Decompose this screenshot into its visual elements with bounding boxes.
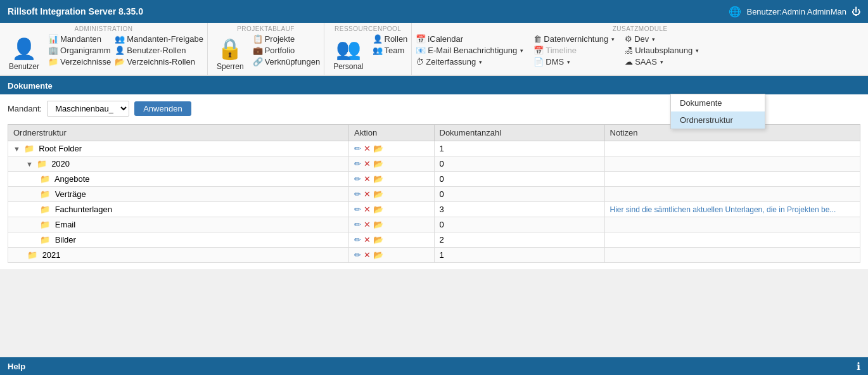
dms-dropdown-ordnerstruktur[interactable]: Ordnerstruktur [671,111,765,129]
add-icon[interactable]: 📂 [373,159,383,168]
zeiterfassung-label: Zeiterfassung [426,57,476,67]
delete-icon[interactable]: ✕ [364,205,371,214]
person-icon: 👤 [11,37,37,61]
page-title-bar: Dokumente [0,76,868,94]
edit-icon[interactable]: ✏ [354,144,361,153]
action-icons: ✏ ✕ 📂 [354,189,429,199]
email-icon: 📧 [416,46,426,55]
projekte-link[interactable]: 📋 Projekte [253,34,320,44]
rollen-label: Rollen [385,34,408,44]
row-count: 1 [434,248,604,263]
verknuepfungen-link[interactable]: 🔗 Verknüpfungen [253,57,320,67]
saas-link[interactable]: ☁ SAAS ▾ [625,57,699,67]
saas-label: SAAS [635,57,657,67]
verzeichnis-rollen-label: Verzeichnis-Rollen [127,57,195,67]
personal-label: Personal [333,62,363,71]
add-icon[interactable]: 📂 [373,189,383,199]
delete-icon[interactable]: ✕ [364,189,371,199]
verknuepfungen-label: Verknüpfungen [265,57,320,67]
ressourcen-body: 👥 Personal 👤 Rollen 👥 Team [328,34,407,73]
edit-icon[interactable]: ✏ [354,250,361,260]
row-name: ▼ 📁 Root Folder [8,141,349,156]
add-icon[interactable]: 📂 [373,235,383,245]
power-icon[interactable]: ⏻ [852,6,860,16]
mandanten-link[interactable]: 📊 Mandanten [48,34,111,44]
edit-icon[interactable]: ✏ [354,159,361,168]
roles2-icon: 👤 [373,34,383,44]
team-icon: 👥 [373,46,383,55]
edit-icon[interactable]: ✏ [354,235,361,245]
page-title: Dokumente [8,81,53,91]
portfolio-link[interactable]: 💼 Portfolio [253,46,320,55]
delete-icon[interactable]: ✕ [364,235,371,245]
row-name: 📁 Bilder [8,232,349,248]
row-name: ▼ 📁 2020 [8,156,349,172]
action-icons: ✏ ✕ 📂 [354,159,429,168]
portfolio-label: Portfolio [265,46,295,55]
personal-button[interactable]: 👥 Personal [328,34,368,73]
dev-link[interactable]: ⚙ Dev ▾ [625,34,699,44]
dms-chevron: ▾ [567,59,570,65]
mandanten-freigabe-link[interactable]: 👥 Mandanten-Freigabe [115,34,203,44]
edit-icon[interactable]: ✏ [354,205,361,214]
mandanten-freigabe-label: Mandanten-Freigabe [127,34,203,44]
email-benachrichtigung-link[interactable]: 📧 E-Mail Benachrichtigung ▾ [416,46,523,55]
zeiterfassung-link[interactable]: ⏱ Zeiterfassung ▾ [416,57,523,67]
folder-icon: 📁 [40,189,50,199]
delete-icon[interactable]: ✕ [364,144,371,153]
add-icon[interactable]: 📂 [373,144,383,153]
urlaubsplanung-link[interactable]: 🏖 Urlaubsplanung ▾ [625,46,699,55]
delete-icon[interactable]: ✕ [364,220,371,229]
tree-toggle[interactable]: ▼ [26,160,33,168]
admin-col1: 📊 Mandanten 🏢 Organigramm 📁 Verzeichniss… [48,34,111,67]
folder-name: Bilder [55,235,76,245]
folder-name: Verträge [55,189,86,199]
timeline-icon: 📅 [533,46,544,55]
edit-icon[interactable]: ✏ [354,174,361,184]
mandant-select[interactable]: Maschinenbau_ [47,101,129,117]
tree-toggle[interactable]: ▼ [13,145,20,153]
anwenden-button[interactable]: Anwenden [134,101,191,116]
folder2-icon: 📂 [115,57,125,67]
user-label: Benutzer:Admin AdminMan [746,7,846,16]
projekte-label: Projekte [265,34,295,44]
dms-link[interactable]: 📄 DMS ▾ [533,57,615,67]
folder-icon: 📁 [40,235,50,245]
folder-icon: 📁 [24,144,34,153]
dms-dropdown-dokumente[interactable]: Dokumente [671,94,765,111]
admin-section-title: ADMINISTRATION [4,25,203,32]
verzeichnisse-label: Verzeichnisse [60,57,111,67]
mandant-label: Mandant: [8,104,42,113]
sperren-button[interactable]: 🔒 Sperren [212,34,249,73]
top-bar-right: 🌐 Benutzer:Admin AdminMan ⏻ [729,6,860,18]
ribbon-zusatzmodule: ZUSATZMODULE 📅 iCalendar 📧 E-Mail Benach… [412,23,868,75]
row-action: ✏ ✕ 📂 [349,248,435,263]
team-link[interactable]: 👥 Team [373,46,408,55]
folder-icon-admin: 📁 [48,57,58,67]
add-icon[interactable]: 📂 [373,205,383,214]
edit-icon[interactable]: ✏ [354,220,361,229]
add-icon[interactable]: 📂 [373,174,383,184]
delete-icon[interactable]: ✕ [364,250,371,260]
verzeichnis-rollen-link[interactable]: 📂 Verzeichnis-Rollen [115,57,203,67]
data-table: Ordnerstruktur Aktion Dokumentanzahl Not… [8,124,860,263]
datenvernichtung-link[interactable]: 🗑 Datenvernichtung ▾ [533,34,615,44]
add-icon[interactable]: 📂 [373,220,383,229]
benutzer-rollen-link[interactable]: 👤 Benutzer-Rollen [115,46,203,55]
rollen-link[interactable]: 👤 Rollen [373,34,408,44]
table-row: ▼ 📁 2020 ✏ ✕ 📂 0 [8,156,860,172]
add-icon[interactable]: 📂 [373,250,383,260]
icalendar-link[interactable]: 📅 iCalendar [416,34,523,44]
delete-icon[interactable]: ✕ [364,159,371,168]
organigramm-link[interactable]: 🏢 Organigramm [48,46,111,55]
folder-icon: 📁 [37,159,47,168]
zusatz-title: ZUSATZMODULE [416,25,864,32]
folder-name: Angebote [54,174,90,184]
verzeichnisse-link[interactable]: 📁 Verzeichnisse [48,57,111,67]
edit-icon[interactable]: ✏ [354,189,361,199]
urlaub-chevron: ▾ [696,48,699,54]
delete-icon[interactable]: ✕ [364,174,371,184]
ressourcen-col: 👤 Rollen 👥 Team [373,34,408,55]
row-note [604,232,860,248]
benutzer-button[interactable]: 👤 Benutzer [4,34,44,73]
